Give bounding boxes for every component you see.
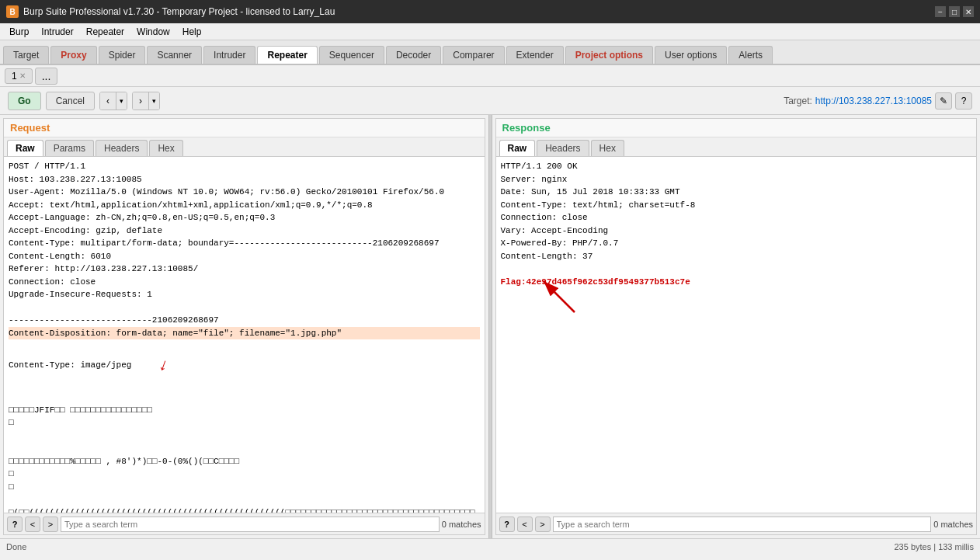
back-button[interactable]: ‹ xyxy=(100,92,116,110)
menu-repeater[interactable]: Repeater xyxy=(80,25,130,39)
request-search-help[interactable]: ? xyxy=(7,517,23,532)
response-search-bar: ? < > 0 matches xyxy=(496,513,977,534)
request-line-7: Content-Type: multipart/form-data; bound… xyxy=(9,238,440,248)
svg-line-1 xyxy=(544,281,575,312)
sub-tab-more[interactable]: ... xyxy=(35,68,58,85)
request-line-6: Accept-Encoding: gzip, deflate xyxy=(9,226,162,235)
status-bar: Done 235 bytes | 133 millis xyxy=(0,538,980,554)
request-binary-8 xyxy=(9,495,14,504)
request-line-1: POST / HTTP/1.1 xyxy=(9,162,85,171)
request-line-12 xyxy=(9,303,14,312)
tab-sequencer[interactable]: Sequencer xyxy=(319,46,384,64)
nav-bar: Go Cancel ‹ ▾ › ▾ Target: http://103.238… xyxy=(0,87,980,115)
request-binary-6: □ xyxy=(9,469,14,478)
response-tab-raw[interactable]: Raw xyxy=(499,140,536,156)
response-flag: Flag:42e97d465f962c53df9549377b513c7e xyxy=(501,277,690,287)
menu-burp[interactable]: Burp xyxy=(3,25,35,39)
request-line-4: Accept: text/html,application/xhtml+xml,… xyxy=(9,200,373,210)
tab-spider[interactable]: Spider xyxy=(99,46,146,64)
close-button[interactable]: ✕ xyxy=(963,6,974,17)
sub-tab-1[interactable]: 1 ✕ xyxy=(5,68,33,84)
back-dropdown[interactable]: ▾ xyxy=(116,92,127,110)
tab-intruder[interactable]: Intruder xyxy=(203,46,255,64)
request-binary-3 xyxy=(9,431,14,440)
response-tab-headers[interactable]: Headers xyxy=(537,140,589,156)
response-tab-hex[interactable]: Hex xyxy=(591,140,624,156)
sub-tab-1-label: 1 xyxy=(12,71,17,82)
request-line-9: Referer: http://103.238.227.13:10085/ xyxy=(9,264,198,273)
response-text[interactable]: HTTP/1.1 200 OK Server: nginx Date: Sun,… xyxy=(496,157,977,513)
target-url: http://103.238.227.13:10085 xyxy=(815,96,932,106)
request-binary-7: □ xyxy=(9,482,14,492)
status-info: 235 bytes | 133 millis xyxy=(894,542,974,551)
request-binary-5: □□□□□□□□□□□□%□□□□□ , #8')*)□□-0-(0%()(□□… xyxy=(9,457,239,466)
response-line-9 xyxy=(501,264,506,273)
response-search-next[interactable]: > xyxy=(535,517,551,532)
forward-dropdown[interactable]: ▾ xyxy=(149,92,159,110)
request-search-prev[interactable]: < xyxy=(25,517,40,532)
tab-scanner[interactable]: Scanner xyxy=(147,46,202,64)
status-done: Done xyxy=(6,542,26,551)
request-binary-2: □ xyxy=(9,418,14,427)
target-label: Target: xyxy=(784,96,812,106)
request-line-14: Content-Disposition: form-data; name="fi… xyxy=(9,327,480,340)
request-binary-4 xyxy=(9,443,14,453)
tab-project-options[interactable]: Project options xyxy=(565,46,653,64)
window-title: Burp Suite Professional v1.7.30 - Tempor… xyxy=(23,6,335,17)
request-tab-hex[interactable]: Hex xyxy=(149,140,182,156)
request-tab-params[interactable]: Params xyxy=(45,140,94,156)
request-content: POST / HTTP/1.1 Host: 103.238.227.13:100… xyxy=(4,157,485,513)
request-tab-headers[interactable]: Headers xyxy=(96,140,148,156)
maximize-button[interactable]: □ xyxy=(949,6,960,17)
sub-tab-1-close[interactable]: ✕ xyxy=(19,71,26,80)
help-target-button[interactable]: ? xyxy=(955,92,972,110)
request-search-input[interactable] xyxy=(61,517,440,532)
menu-window[interactable]: Window xyxy=(130,25,176,39)
edit-target-button[interactable]: ✎ xyxy=(935,92,952,110)
request-text[interactable]: POST / HTTP/1.1 Host: 103.238.227.13:100… xyxy=(4,157,485,513)
response-search-matches: 0 matches xyxy=(933,520,973,529)
request-line-13: ----------------------------210620926869… xyxy=(9,315,219,325)
forward-button[interactable]: › xyxy=(133,92,149,110)
response-search-prev[interactable]: < xyxy=(517,517,533,532)
request-line-11: Upgrade-Insecure-Requests: 1 xyxy=(9,290,152,299)
request-line-15: Content-Type: image/jpeg ↑ xyxy=(9,353,480,378)
request-line-5: Accept-Language: zh-CN,zh;q=0.8,en-US;q=… xyxy=(9,213,275,222)
go-button[interactable]: Go xyxy=(8,92,41,110)
cancel-button[interactable]: Cancel xyxy=(46,92,95,110)
menu-intruder[interactable]: Intruder xyxy=(35,25,79,39)
request-search-matches: 0 matches xyxy=(442,520,481,529)
sub-tab-bar: 1 ✕ ... xyxy=(0,65,980,87)
response-line-7: X-Powered-By: PHP/7.0.7 xyxy=(501,238,619,248)
tab-user-options[interactable]: User options xyxy=(655,46,727,64)
tab-target[interactable]: Target xyxy=(3,46,49,64)
request-panel: Request Raw Params Headers Hex POST / HT… xyxy=(3,118,485,535)
main-tab-bar: Target Proxy Spider Scanner Intruder Rep… xyxy=(0,40,980,65)
menu-bar: Burp Intruder Repeater Window Help xyxy=(0,23,980,40)
tab-extender[interactable]: Extender xyxy=(506,46,564,64)
response-line-2: Server: nginx xyxy=(501,175,568,184)
request-tab-bar: Raw Params Headers Hex xyxy=(4,137,485,157)
response-line-4: Content-Type: text/html; charset=utf-8 xyxy=(501,200,696,210)
main-content: Request Raw Params Headers Hex POST / HT… xyxy=(0,115,980,538)
menu-help[interactable]: Help xyxy=(176,25,208,39)
window-controls[interactable]: − □ ✕ xyxy=(935,6,974,17)
tab-decoder[interactable]: Decoder xyxy=(386,46,441,64)
tab-proxy[interactable]: Proxy xyxy=(50,46,96,64)
panel-divider[interactable] xyxy=(488,115,492,538)
request-line-2: Host: 103.238.227.13:10085 xyxy=(9,175,142,184)
arrow-annotation xyxy=(532,270,579,316)
request-line-16 xyxy=(9,392,14,402)
tab-repeater[interactable]: Repeater xyxy=(257,46,317,64)
tab-comparer[interactable]: Comparer xyxy=(443,46,504,64)
minimize-button[interactable]: − xyxy=(935,6,946,17)
response-search-help[interactable]: ? xyxy=(499,517,515,532)
title-bar: B Burp Suite Professional v1.7.30 - Temp… xyxy=(0,0,980,23)
response-line-5: Connection: close xyxy=(501,213,588,222)
tab-alerts[interactable]: Alerts xyxy=(728,46,773,64)
request-search-next[interactable]: > xyxy=(43,517,58,532)
request-tab-raw[interactable]: Raw xyxy=(7,140,43,156)
response-search-input[interactable] xyxy=(553,517,932,532)
response-line-1: HTTP/1.1 200 OK xyxy=(501,162,578,171)
request-binary-9: □(□□((((((((((((((((((((((((((((((((((((… xyxy=(9,508,475,513)
